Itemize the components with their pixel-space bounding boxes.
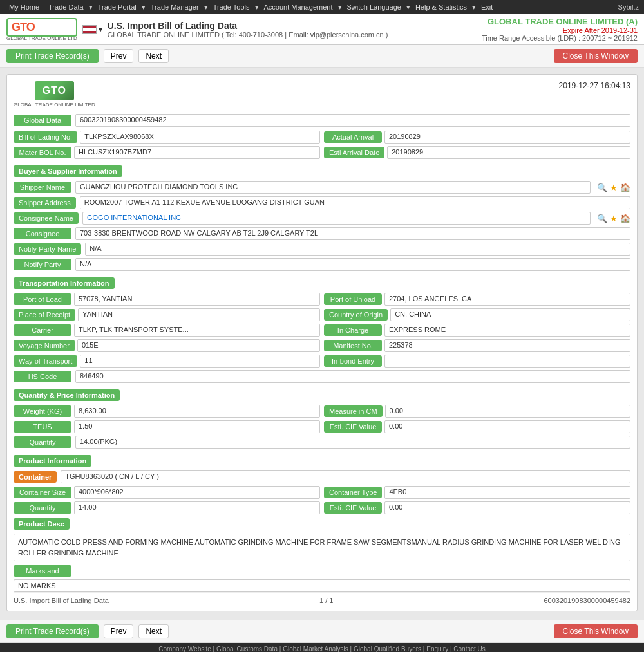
carrier-pair: Carrier TLKP, TLK TRANSPORT SYSTE... <box>14 324 320 337</box>
measure-pair: Measure in CM 0.00 <box>324 405 630 418</box>
way-transport-row: Way of Transport 11 In-bond Entry <box>14 355 630 368</box>
main-content: GTO GLOBAL TRADE ONLINE LIMITED 2019-12-… <box>0 68 644 620</box>
record-logo-image: GTO <box>35 81 74 100</box>
weight-measure-row: Weight (KG) 8,630.00 Measure in CM 0.00 <box>14 405 630 418</box>
us-flag <box>82 25 97 34</box>
record-datetime: 2019-12-27 16:04:13 <box>559 81 630 90</box>
product-header: Product Information <box>14 455 91 467</box>
consignee-home-icon[interactable]: 🏠 <box>620 214 630 223</box>
shipper-home-icon[interactable]: 🏠 <box>620 183 630 192</box>
actual-arrival-label: Actual Arrival <box>324 131 382 143</box>
footer-global-market[interactable]: Global Market Analysis <box>283 646 348 652</box>
hs-code-row: HS Code 846490 <box>14 370 630 383</box>
port-load-pair: Port of Load 57078, YANTIAN <box>14 293 320 306</box>
esti-arrival-pair: Esti Arrival Date 20190829 <box>324 146 630 159</box>
notify-party-name-label: Notify Party Name <box>14 243 81 255</box>
footer-contact-us[interactable]: Contact Us <box>453 646 485 652</box>
nav-trade-manager[interactable]: Trade Manager <box>147 2 203 12</box>
transportation-header: Transportation Information <box>14 277 115 289</box>
nav-switch-language[interactable]: Switch Language <box>343 2 405 12</box>
container-type-pair: Container Type 4EB0 <box>324 486 630 499</box>
nav-trade-tools[interactable]: Trade Tools <box>209 2 254 12</box>
port-load-unload-row: Port of Load 57078, YANTIAN Port of Unlo… <box>14 293 630 306</box>
notify-party-name-row: Notify Party Name N/A <box>14 243 630 256</box>
header-title-section: U.S. Import Bill of Lading Data GLOBAL T… <box>108 21 388 39</box>
bol-row: Bill of Lading No. TLKPSZXLAX98068X Actu… <box>14 131 630 144</box>
hs-code-label: HS Code <box>14 371 71 382</box>
logo: GTO GLOBAL TRADE ONLINE LTD <box>6 18 77 41</box>
consignee-value: 703-3830 BRENTWOOD ROAD NW CALGARY AB T2… <box>75 227 630 240</box>
global-data-label: Global Data <box>14 115 71 126</box>
product-cif-label: Esti. CIF Value <box>324 502 382 514</box>
card-footer-left: U.S. Import Bill of Lading Data <box>14 597 109 604</box>
carrier-row: Carrier TLKP, TLK TRANSPORT SYSTE... In … <box>14 324 630 337</box>
footer-enquiry[interactable]: Enquiry <box>426 646 448 652</box>
bottom-toolbar: Print Trade Record(s) Prev Next Close Th… <box>0 620 644 643</box>
teus-value: 1.50 <box>74 420 320 433</box>
container-size-type-row: Container Size 4000*906*802 Container Ty… <box>14 486 630 499</box>
record-logo: GTO GLOBAL TRADE ONLINE LIMITED <box>14 81 95 107</box>
port-of-unload-label: Port of Unload <box>324 293 382 305</box>
nav-account-management[interactable]: Account Management <box>260 2 337 12</box>
esti-cif-value: 0.00 <box>384 420 630 433</box>
product-section: Product Information Container TGHU836302… <box>14 455 630 592</box>
in-charge-label: In Charge <box>324 324 382 336</box>
product-desc-section: Product Desc AUTOMATIC COLD PRESS AND FO… <box>14 518 630 561</box>
country-of-origin-label: Country of Origin <box>324 309 388 321</box>
notify-party-name-value: N/A <box>85 243 630 256</box>
next-button-top[interactable]: Next <box>138 49 169 63</box>
flag-selector[interactable]: ▾ <box>82 25 102 34</box>
prev-button-bottom[interactable]: Prev <box>104 624 134 638</box>
container-type-label: Container Type <box>324 487 382 498</box>
consignee-search-icon[interactable]: 🔍 <box>597 214 607 223</box>
shipper-icons: 🔍 ★ 🏠 <box>597 183 630 192</box>
consignee-star-icon[interactable]: ★ <box>610 214 618 223</box>
container-label: Container <box>14 471 57 483</box>
nav-trade-portal[interactable]: Trade Portal <box>94 2 140 12</box>
shipper-name-value: GUANGZHOU PROTECH DIAMOND TOOLS INC <box>75 181 591 194</box>
close-button-bottom[interactable]: Close This Window <box>554 624 638 638</box>
notify-party-row: Notify Party N/A <box>14 258 630 271</box>
quantity-price-header: Quantity & Price Information <box>14 389 120 401</box>
time-range: Time Range Accessible (LDR) : 200712 ~ 2… <box>482 34 638 42</box>
close-button-top[interactable]: Close This Window <box>554 49 638 63</box>
shipper-address-row: Shipper Address ROOM2007 TOWER A1 112 KE… <box>14 196 630 209</box>
print-button-bottom[interactable]: Print Trade Record(s) <box>6 624 99 638</box>
top-navigation: My Home Trade Data ▾ Trade Portal ▾ Trad… <box>0 0 644 14</box>
print-button-top[interactable]: Print Trade Record(s) <box>6 49 99 63</box>
nav-my-home[interactable]: My Home <box>5 2 43 12</box>
footer-global-customs[interactable]: Global Customs Data <box>216 646 278 652</box>
flag-dropdown-icon[interactable]: ▾ <box>99 25 102 34</box>
shipper-star-icon[interactable]: ★ <box>610 183 618 192</box>
in-bond-entry-value <box>384 355 630 368</box>
buyer-supplier-header: Buyer & Supplier Information <box>14 165 122 177</box>
global-data-row: Global Data 6003201908300000459482 <box>14 114 630 127</box>
consignee-label: Consignee <box>14 228 71 239</box>
global-data-value: 6003201908300000459482 <box>75 114 630 127</box>
next-button-bottom[interactable]: Next <box>138 624 169 638</box>
mater-bol-pair: Mater BOL No. HLCUSZX1907BZMD7 <box>14 146 320 159</box>
card-footer-page: 1 / 1 <box>319 597 333 604</box>
footer-company-website[interactable]: Company Website <box>158 646 211 652</box>
nav-help-statistics[interactable]: Help & Statistics <box>412 2 471 12</box>
manifest-pair: Manifest No. 225378 <box>324 339 630 352</box>
nav-exit[interactable]: Exit <box>477 2 497 12</box>
prev-button-top[interactable]: Prev <box>104 49 134 63</box>
shipper-search-icon[interactable]: 🔍 <box>597 183 607 192</box>
product-cif-pair: Esti. CIF Value 0.00 <box>324 501 630 514</box>
consignee-icons: 🔍 ★ 🏠 <box>597 214 630 223</box>
logo-section: GTO GLOBAL TRADE ONLINE LTD ▾ U.S. Impor… <box>6 18 388 41</box>
consignee-name-label: Consignee Name <box>14 212 79 224</box>
way-of-transport-value: 11 <box>80 355 320 368</box>
voyage-number-value: 015E <box>77 339 320 352</box>
esti-cif-pair: Esti. CIF Value 0.00 <box>324 420 630 433</box>
logo-subtitle: GLOBAL TRADE ONLINE LTD <box>6 35 77 41</box>
container-size-label: Container Size <box>14 487 71 498</box>
bol-label: Bill of Lading No. <box>14 131 77 143</box>
card-footer: U.S. Import Bill of Lading Data 1 / 1 60… <box>14 592 630 604</box>
product-qty-value: 14.00 <box>74 501 320 514</box>
footer-global-qualified[interactable]: Global Qualified Buyers <box>354 646 421 652</box>
nav-trade-data[interactable]: Trade Data <box>44 2 88 12</box>
container-size-pair: Container Size 4000*906*802 <box>14 486 320 499</box>
weight-value: 8,630.00 <box>74 405 320 418</box>
